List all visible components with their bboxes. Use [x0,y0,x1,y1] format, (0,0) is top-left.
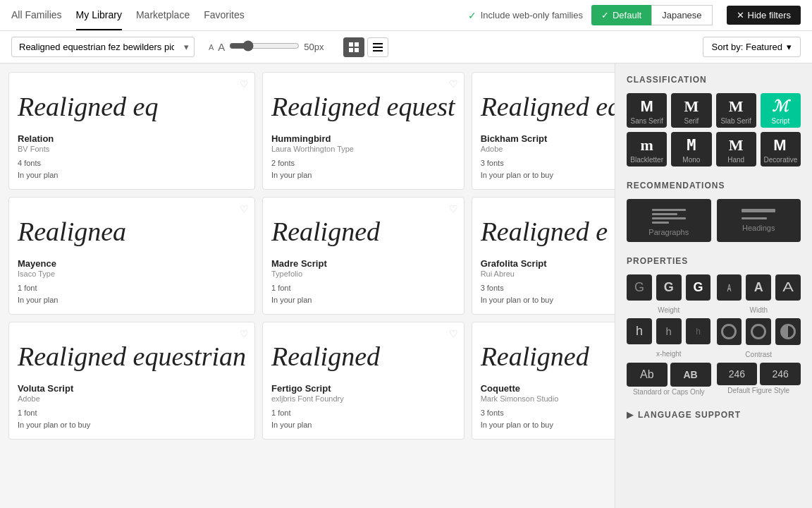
preview-input-wrap: ▾ [11,37,195,57]
size-large-label: A [218,41,225,53]
width-label: Width [717,306,801,314]
font-card[interactable]: ♡ Realigned equest Bickham Script Adobe … [472,72,615,190]
ab-caps-icon: AB [684,369,698,380]
headings-label: Headings [742,224,775,232]
default-button[interactable]: ✓ Default [591,5,651,25]
weight-light-button[interactable]: G [627,274,652,301]
width-condensed-icon: A [727,282,732,294]
tab-all-families[interactable]: All Families [11,1,62,30]
class-blackletter-button[interactable]: m Blackletter [627,132,667,167]
xheight-mid-button[interactable]: h [656,318,682,344]
japanese-button[interactable]: Japanese [651,5,712,25]
font-name: Grafolita Script [481,258,615,269]
font-name: Bickham Script [481,133,615,144]
weight-group: G G G Weight [627,274,711,314]
font-card[interactable]: ♡ Realigned e Grafolita Script Rui Abreu… [472,197,615,315]
list-view-button[interactable] [367,37,388,57]
tab-favorites[interactable]: Favorites [204,1,245,30]
class-hand-label: Hand [727,156,744,164]
headings-icon [742,209,775,219]
tab-my-library[interactable]: My Library [76,1,122,30]
figure-246-a-button[interactable]: 246 [717,363,758,385]
font-preview: Realigned equestrian [18,337,246,377]
class-sans-serif-button[interactable]: M Sans Serif [627,93,667,128]
font-foundry: Mark Simonson Studio [481,394,615,403]
xheight-short-button[interactable]: h [686,318,711,344]
font-preview: Realigned [271,337,455,377]
width-wide-icon: A [782,280,794,295]
class-slab-serif-button[interactable]: M Slab Serif [716,93,756,128]
caps-only-button[interactable]: AB [670,363,711,387]
class-mono-label: Mono [682,156,700,164]
font-meta: 2 fontsIn your plan [271,157,455,181]
font-card[interactable]: ♡ Realigned Fertigo Script exljbris Font… [262,322,465,440]
class-mono-button[interactable]: M Mono [671,132,711,167]
class-serif-button[interactable]: M Serif [671,93,711,128]
heart-icon[interactable]: ♡ [449,203,458,214]
svg-rect-0 [349,42,353,47]
figure-246-b-button[interactable]: 246 [760,363,801,385]
width-condensed-button[interactable]: A [717,274,742,301]
class-hand-button[interactable]: M Hand [716,132,756,167]
class-decorative-button[interactable]: M Decorative [761,132,801,167]
class-script-button[interactable]: ℳ Script [761,93,801,128]
width-buttons: A A A [717,274,801,301]
font-name: Fertigo Script [271,383,455,394]
font-name: Madre Script [271,258,455,269]
font-preview: Realigned [481,337,615,377]
standard-caps-button[interactable]: Ab [627,363,668,387]
grid-icon [349,42,359,52]
font-card[interactable]: ♡ Realigned Coquette Mark Simonson Studi… [472,322,615,440]
size-slider-wrap [229,40,300,54]
language-support-title[interactable]: ▶ LANGUAGE SUPPORT [627,410,801,420]
font-name: Relation [18,133,246,144]
heart-icon[interactable]: ♡ [240,328,249,339]
xheight-tall-button[interactable]: h [627,318,652,344]
heart-icon[interactable]: ♡ [240,203,249,214]
caps-group: Ab AB Standard or Caps Only [627,363,711,396]
contrast-low-button[interactable] [717,318,742,345]
font-name: Voluta Script [18,383,246,394]
size-slider[interactable] [229,40,300,52]
rec-paragraphs-button[interactable]: Paragraphs [627,199,711,242]
font-grid: ♡ Realigned eq Relation BV Fonts 4 fonts… [0,64,615,508]
line-4 [652,222,669,224]
heart-icon[interactable]: ♡ [240,78,249,90]
font-card[interactable]: ♡ Realigned equest Hummingbird Laura Wor… [262,72,465,190]
nav-tabs: All Families My Library Marketplace Favo… [11,1,245,30]
close-icon: ✕ [737,10,744,20]
font-foundry: Laura Worthington Type [271,145,455,153]
tab-marketplace[interactable]: Marketplace [136,1,190,30]
classification-grid: M Sans Serif M Serif M Slab Serif ℳ Scri… [627,93,801,167]
font-card[interactable]: ♡ Realigned eq Relation BV Fonts 4 fonts… [8,72,255,190]
font-meta: 1 fontIn your plan [18,282,246,306]
font-card[interactable]: ♡ Realigned equestrian Voluta Script Ado… [8,322,255,440]
heart-icon[interactable]: ♡ [449,78,458,90]
include-web-label[interactable]: ✓ Include web-only families [468,10,583,21]
sort-button[interactable]: Sort by: Featured ▾ [703,37,801,57]
heart-icon[interactable]: ♡ [449,328,458,339]
xheight-tall-icon: h [636,324,643,339]
caps-label: Standard or Caps Only [627,388,711,396]
rec-headings-button[interactable]: Headings [717,199,801,242]
weight-normal-button[interactable]: G [656,274,682,301]
font-foundry: Typefolio [271,270,455,278]
chevron-down-icon: ▾ [184,42,189,52]
weight-bold-button[interactable]: G [686,274,711,301]
font-card[interactable]: ♡ Realignea Mayence Isaco Type 1 fontIn … [8,197,255,315]
grid-view-button[interactable] [343,37,364,57]
class-serif-icon: M [684,99,699,114]
contrast-mid-button[interactable] [746,318,771,345]
hide-filters-button[interactable]: ✕ Hide filters [727,6,801,25]
nav-right: ✓ Include web-only families ✓ Default Ja… [468,5,801,25]
width-wide-button[interactable]: A [775,274,801,301]
classification-title: CLASSIFICATION [627,75,801,85]
preview-input[interactable] [11,37,195,57]
size-controls: A A 50px [209,40,329,54]
width-group: A A A Width [717,274,801,314]
font-card[interactable]: ♡ Realigned Madre Script Typefolio 1 fon… [262,197,465,315]
weight-light-icon: G [634,280,644,295]
contrast-high-button[interactable] [775,318,801,345]
ab-standard-icon: Ab [640,368,654,381]
width-normal-button[interactable]: A [746,274,771,301]
